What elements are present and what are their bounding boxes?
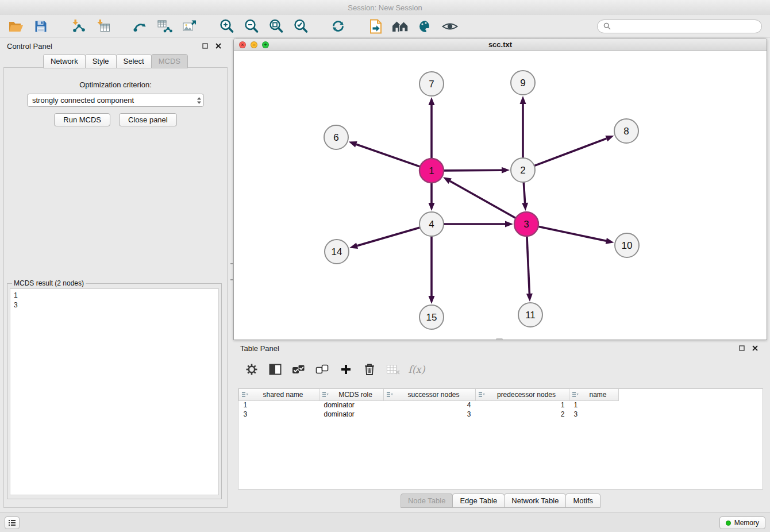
minimize-window-button[interactable] — [251, 41, 257, 48]
zoom-fit-icon — [268, 18, 284, 34]
run-mcds-button[interactable]: Run MCDS — [54, 113, 110, 126]
criterion-select[interactable]: strongly connected component — [27, 94, 204, 107]
graph-node-7[interactable]: 7 — [419, 72, 444, 96]
column-header-mcds-role[interactable]: MCDS role — [319, 389, 384, 400]
float-table-panel-icon[interactable] — [737, 344, 747, 353]
new-network-button[interactable] — [128, 16, 152, 37]
import-table-button[interactable] — [90, 16, 115, 37]
new-network-from-table-button[interactable] — [152, 16, 177, 37]
mcds-result-list[interactable]: 1 3 — [10, 288, 219, 495]
cell-shared-name[interactable]: 1 — [239, 400, 319, 410]
cell-shared-name[interactable]: 3 — [239, 410, 319, 419]
graph-node-4[interactable]: 4 — [419, 212, 444, 236]
close-table-panel-icon[interactable] — [750, 344, 760, 353]
graph-edge-1-2[interactable] — [444, 170, 502, 171]
zoom-in-button[interactable] — [214, 16, 239, 37]
graph-edge-4-14[interactable] — [357, 228, 420, 246]
cell-predecessor-nodes[interactable]: 2 — [476, 410, 569, 419]
export-image-button[interactable] — [177, 16, 202, 37]
refresh-view-button[interactable] — [326, 16, 351, 37]
zoom-in-icon — [219, 18, 234, 34]
add-column-button[interactable] — [339, 363, 353, 376]
memory-status-dot — [726, 521, 731, 526]
cell-successor-nodes[interactable]: 3 — [384, 410, 476, 419]
search-box[interactable] — [597, 20, 762, 33]
cell-predecessor-nodes[interactable]: 1 — [476, 400, 569, 410]
cell-successor-nodes[interactable]: 4 — [384, 400, 476, 410]
tab-select[interactable]: Select — [116, 54, 152, 68]
first-neighbors-button[interactable] — [388, 16, 413, 37]
graph-edge-3-1[interactable] — [450, 181, 516, 218]
column-header-predecessor-nodes[interactable]: predecessor nodes — [476, 389, 569, 400]
column-header-name[interactable]: name — [569, 389, 619, 400]
edge-arrowhead — [526, 294, 533, 302]
table-settings-button[interactable] — [245, 363, 259, 376]
memory-label: Memory — [734, 519, 759, 527]
tab-mcds[interactable]: MCDS — [151, 54, 188, 68]
graph-edge-3-10[interactable] — [538, 226, 606, 241]
open-file-button[interactable] — [3, 16, 28, 37]
zoom-selected-button[interactable] — [288, 16, 313, 37]
edge-arrowhead — [605, 136, 614, 141]
combo-arrows-icon — [197, 97, 202, 105]
tab-motifs[interactable]: Motifs — [565, 494, 600, 508]
deselect-all-icon — [315, 364, 329, 375]
column-header-shared-name[interactable]: shared name — [239, 389, 319, 400]
main-toolbar — [0, 15, 770, 38]
graph-node-11[interactable]: 11 — [518, 303, 542, 327]
tab-network-table[interactable]: Network Table — [504, 494, 566, 508]
cell-name[interactable]: 3 — [569, 410, 619, 419]
graph-node-3[interactable]: 3 — [514, 212, 538, 236]
graph-node-8[interactable]: 8 — [614, 119, 638, 143]
graph-edge-2-3[interactable] — [523, 182, 525, 203]
graph-edge-1-6[interactable] — [356, 144, 420, 167]
import-network-button[interactable] — [66, 16, 90, 37]
close-panel-button[interactable]: Close panel — [119, 113, 177, 126]
column-header-successor-nodes[interactable]: successor nodes — [384, 389, 476, 400]
task-history-button[interactable] — [5, 516, 20, 529]
tab-edge-table[interactable]: Edge Table — [452, 494, 505, 508]
status-bar: Memory — [0, 512, 770, 532]
close-window-button[interactable] — [239, 41, 246, 48]
cell-mcds-role[interactable]: dominator — [319, 400, 384, 410]
tab-network[interactable]: Network — [43, 54, 86, 68]
style-palette-icon — [418, 19, 433, 34]
style-palette-button[interactable] — [413, 16, 437, 37]
memory-button[interactable]: Memory — [719, 516, 765, 529]
close-panel-icon[interactable] — [213, 41, 224, 51]
network-document-button[interactable] — [363, 16, 388, 37]
cell-name[interactable]: 1 — [569, 400, 619, 410]
graph-node-15[interactable]: 15 — [419, 305, 444, 329]
table-row[interactable]: 1 dominator 4 1 1 — [239, 400, 619, 410]
graph-node-14[interactable]: 14 — [325, 240, 349, 264]
search-input[interactable] — [614, 22, 756, 30]
graph-node-10[interactable]: 10 — [615, 233, 639, 257]
zoom-out-button[interactable] — [239, 16, 264, 37]
tab-node-table[interactable]: Node Table — [401, 494, 453, 508]
graph-edge-2-8[interactable] — [534, 138, 607, 166]
show-hide-details-button[interactable] — [437, 16, 462, 37]
graph-node-1[interactable]: 1 — [419, 159, 444, 183]
network-graph[interactable]: 7968124314101511 — [234, 51, 767, 340]
column-label: predecessor nodes — [497, 391, 556, 399]
graph-edge-3-11[interactable] — [527, 236, 530, 294]
graph-node-9[interactable]: 9 — [511, 71, 535, 95]
delete-column-button[interactable] — [363, 363, 376, 376]
save-session-button[interactable] — [28, 16, 53, 37]
column-label: MCDS role — [338, 391, 372, 399]
mcds-result-line: 1 — [14, 291, 215, 300]
select-all-button[interactable] — [292, 363, 306, 376]
cell-mcds-role[interactable]: dominator — [319, 410, 384, 419]
show-columns-button[interactable] — [268, 363, 282, 376]
maximize-window-button[interactable] — [262, 41, 269, 48]
mcds-result-line: 3 — [14, 300, 215, 310]
deselect-all-button[interactable] — [315, 363, 329, 376]
float-panel-icon[interactable] — [200, 41, 210, 51]
tab-style[interactable]: Style — [85, 54, 117, 68]
table-row[interactable]: 3 dominator 3 2 3 — [239, 410, 619, 419]
delete-table-button — [386, 363, 400, 376]
zoom-fit-button[interactable] — [264, 16, 288, 37]
graph-node-2[interactable]: 2 — [511, 158, 535, 182]
graph-node-6[interactable]: 6 — [324, 125, 348, 149]
network-window-titlebar[interactable]: scc.txt — [234, 38, 767, 51]
